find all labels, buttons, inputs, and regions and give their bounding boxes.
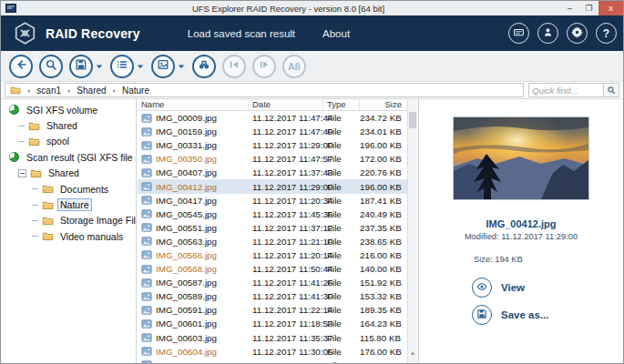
scrollbar-up-arrow-icon[interactable]: ▲ — [408, 349, 417, 356]
list-options-button[interactable] — [110, 55, 134, 78]
app-title: RAID Recovery — [46, 26, 140, 41]
tree-item-label: Shared — [44, 119, 80, 132]
tree-item-label: Shared — [46, 167, 82, 179]
tree-item-documents[interactable]: Documents — [1, 181, 136, 197]
tree-connector — [32, 205, 38, 206]
preview-panel: IMG_00412.jpg Modified: 11.12.2017 11:29… — [418, 99, 623, 363]
table-row[interactable]: IMG_00417.jpg11.12.2017 11:20:34File187.… — [138, 194, 407, 207]
column-type[interactable]: Type — [323, 99, 360, 110]
file-list: Name Date Type Size IMG_00009.jpg11.12.2… — [138, 99, 407, 363]
image-tools-button-dropdown[interactable] — [177, 61, 186, 72]
column-name[interactable]: Name — [138, 99, 249, 110]
tree-item-spool[interactable]: spool — [1, 134, 136, 149]
file-name: IMG_00551.jpg — [156, 223, 217, 233]
tree-item-shared[interactable]: Shared — [1, 166, 136, 181]
image-tools-button[interactable] — [151, 55, 175, 78]
window-title: UFS Explorer RAID Recovery - version 8.0… — [16, 4, 560, 14]
previous-result-button[interactable] — [222, 55, 246, 78]
view-button[interactable]: View — [472, 278, 525, 298]
tree-item-storage-image-files[interactable]: Storage Image Files — [1, 213, 136, 228]
file-image-icon — [141, 223, 152, 232]
license-button[interactable] — [508, 23, 529, 44]
back-button-group — [9, 55, 33, 78]
tree-item-nature[interactable]: Nature — [1, 197, 136, 212]
column-date[interactable]: Date — [249, 99, 323, 110]
file-name: IMG_00417.jpg — [156, 196, 217, 206]
maximize-button[interactable]: ❐ — [579, 1, 598, 15]
save-button[interactable] — [69, 55, 93, 78]
file-date: 11.12.2017 11:47:57 — [249, 154, 323, 164]
collapse-icon[interactable] — [18, 169, 26, 177]
table-row[interactable]: IMG_00601.jpg11.12.2017 11:18:53File164.… — [138, 317, 407, 330]
file-date: 11.12.2017 11:29:00 — [249, 182, 323, 192]
menu-load-saved-scan-result[interactable]: Load saved scan result — [188, 28, 295, 39]
user-button[interactable] — [537, 23, 558, 44]
settings-button[interactable] — [567, 23, 588, 44]
table-row[interactable]: IMG_00545.jpg11.12.2017 11:45:36File240.… — [138, 207, 407, 221]
list-options-button-dropdown[interactable] — [136, 61, 145, 72]
table-row[interactable]: IMG_00331.jpg11.12.2017 11:29:00File196.… — [138, 138, 407, 152]
find-button-group — [192, 55, 216, 78]
vertical-scrollbar[interactable]: ▲ — [407, 99, 417, 363]
app-window: UFS Explorer RAID Recovery - version 8.0… — [0, 0, 624, 364]
table-row[interactable]: IMG_00412.jpg11.12.2017 11:29:00File196.… — [138, 179, 407, 193]
file-size: 153.32 KB — [360, 291, 407, 301]
table-row[interactable]: IMG_00604.jpg11.12.2017 11:30:05File176.… — [138, 345, 407, 359]
quick-find-box — [528, 83, 619, 97]
breadcrumb-item-scan1[interactable]: scan1 — [36, 86, 61, 96]
file-image-icon — [141, 141, 152, 150]
table-row[interactable]: IMG_00587.jpg11.12.2017 11:41:26File151.… — [138, 276, 407, 289]
table-row[interactable]: IMG_00009.jpg11.12.2017 11:47:44File234.… — [138, 111, 407, 125]
table-row[interactable]: IMG_00591.jpg11.12.2017 11:22:14File189.… — [138, 303, 407, 317]
file-type: File — [323, 264, 360, 274]
table-row[interactable]: IMG_00589.jpg11.12.2017 11:41:30File153.… — [138, 289, 407, 303]
quick-find-search-button[interactable] — [603, 84, 619, 96]
next-result-button[interactable] — [252, 55, 276, 78]
encoding-button[interactable]: Aß — [282, 55, 306, 78]
breadcrumb-item-shared[interactable]: Shared — [77, 86, 106, 96]
menu-about[interactable]: About — [322, 28, 350, 39]
file-type: File — [323, 196, 360, 206]
table-row[interactable]: IMG_00350.jpg11.12.2017 11:47:57File172.… — [138, 152, 407, 166]
caret-down-icon — [178, 59, 185, 73]
table-row[interactable]: IMG_00617.JPG11.12.2017 11:30:35File221.… — [138, 359, 407, 363]
quick-find-input[interactable] — [529, 86, 603, 96]
help-button[interactable]: ? — [596, 23, 617, 44]
tree-item-scan-result-sgi-xfs-file-system-3-72-gb[interactable]: Scan result (SGI XFS file system; 3.72 G… — [1, 149, 136, 165]
table-row[interactable]: IMG_00566.jpg11.12.2017 11:20:14File216.… — [138, 248, 407, 262]
close-button[interactable]: x — [598, 1, 623, 15]
table-row[interactable]: IMG_00551.jpg11.12.2017 11:37:12File237.… — [138, 221, 407, 235]
scrollbar-thumb[interactable] — [409, 112, 416, 128]
table-row[interactable]: IMG_00568.jpg11.12.2017 11:50:44File140.… — [138, 262, 407, 276]
table-row[interactable]: IMG_00603.jpg11.12.2017 11:35:37File115.… — [138, 331, 407, 345]
image-icon — [157, 58, 169, 74]
eye-icon — [476, 281, 487, 295]
tree-item-video-manuals[interactable]: Video manuals — [1, 228, 136, 244]
file-rows: IMG_00009.jpg11.12.2017 11:47:44File234.… — [138, 111, 407, 363]
folder-icon — [42, 199, 54, 211]
table-row[interactable]: IMG_00159.jpg11.12.2017 11:47:49File234.… — [138, 125, 407, 138]
title-bar: UFS Explorer RAID Recovery - version 8.0… — [1, 1, 623, 15]
app-header: RAID Recovery Load saved scan result Abo… — [1, 15, 623, 51]
magnifier-icon — [607, 84, 616, 97]
file-name-cell: IMG_00009.jpg — [138, 113, 249, 123]
file-image-icon — [141, 250, 152, 259]
app-logo-icon — [13, 21, 37, 46]
file-size: 237.35 KB — [360, 223, 407, 233]
save-as-button[interactable]: Save as... — [472, 305, 548, 325]
minimize-button[interactable]: – — [560, 1, 579, 15]
user-icon — [542, 26, 554, 41]
arrow-left-icon — [15, 58, 27, 74]
find-button[interactable] — [192, 55, 216, 78]
back-button[interactable] — [9, 55, 33, 78]
table-row[interactable]: IMG_00563.jpg11.12.2017 11:21:10File238.… — [138, 235, 407, 248]
explore-button[interactable] — [39, 55, 63, 78]
save-button-dropdown[interactable] — [95, 61, 104, 72]
file-type: File — [323, 126, 360, 136]
tree-item-shared[interactable]: Shared — [1, 117, 136, 133]
main-area: SGI XFS volumeSharedspoolScan result (SG… — [1, 99, 623, 363]
breadcrumb-item-nature[interactable]: Nature — [122, 86, 149, 96]
column-size[interactable]: Size — [360, 99, 407, 110]
table-row[interactable]: IMG_00407.jpg11.12.2017 11:37:43File220.… — [138, 166, 407, 179]
tree-item-sgi-xfs-volume[interactable]: SGI XFS volume — [1, 102, 136, 117]
